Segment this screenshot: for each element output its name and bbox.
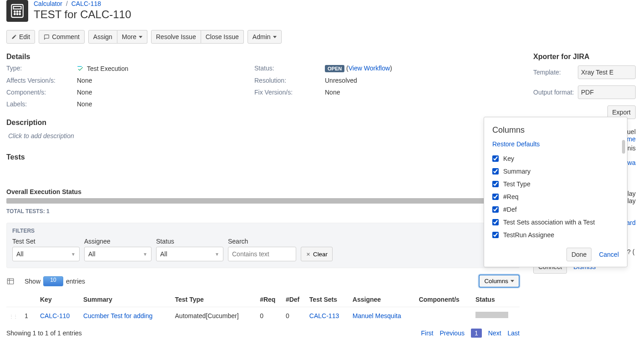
filter-assignee-select[interactable]: All▼	[84, 247, 152, 261]
column-checkbox[interactable]	[492, 194, 499, 200]
components-label: Component/s:	[6, 89, 77, 96]
row-def: 0	[283, 307, 307, 324]
table-settings-icon[interactable]	[6, 277, 15, 285]
column-checkbox[interactable]	[492, 232, 499, 238]
svg-point-4	[19, 11, 20, 12]
filter-testset-select[interactable]: All▼	[12, 247, 80, 261]
filter-testset-label: Test Set	[12, 238, 80, 245]
col-summary[interactable]: Summary	[81, 292, 172, 307]
affects-label: Affects Version/s:	[6, 77, 77, 84]
issue-type-icon	[6, 0, 28, 22]
breadcrumb-project[interactable]: Calculator	[34, 0, 62, 7]
admin-button[interactable]: Admin	[248, 30, 282, 44]
fix-value: None	[325, 89, 520, 96]
col-req[interactable]: #Req	[257, 292, 283, 307]
row-summary-link[interactable]: Cucmber Test for adding	[83, 312, 152, 319]
column-option[interactable]: #Req	[492, 190, 619, 203]
close-button[interactable]: Close Issue	[201, 30, 244, 44]
format-select[interactable]: PDF	[578, 85, 636, 99]
row-sets-link[interactable]: CALC-113	[309, 312, 339, 319]
column-option[interactable]: Test Type	[492, 178, 619, 190]
resolve-button[interactable]: Resolve Issue	[151, 30, 201, 44]
fix-label: Fix Version/s:	[254, 89, 325, 96]
svg-point-3	[17, 11, 18, 12]
components-value: None	[77, 89, 254, 96]
template-select[interactable]: Xray Test E	[578, 65, 636, 79]
column-option[interactable]: Test Sets association with a Test	[492, 216, 619, 229]
column-checkbox[interactable]	[492, 206, 499, 213]
type-value: Test Execution	[77, 65, 254, 72]
filter-assignee-label: Assignee	[84, 238, 152, 245]
resolution-label: Resolution:	[254, 77, 325, 84]
filter-status-label: Status	[156, 238, 223, 245]
close-icon	[306, 252, 311, 257]
row-index: 1	[22, 307, 37, 324]
overall-status-heading: Overall Execution Status	[6, 188, 520, 195]
pager-current: 1	[471, 329, 482, 338]
pager-next[interactable]: Next	[488, 329, 501, 337]
column-checkbox[interactable]	[492, 155, 499, 162]
breadcrumb: Calculator / CALC-118	[34, 0, 131, 7]
drag-handle-icon[interactable]: ⋮⋮	[9, 314, 17, 319]
scrollbar[interactable]	[622, 140, 625, 154]
cancel-link[interactable]: Cancel	[599, 251, 619, 258]
entries-label: entries	[66, 278, 85, 285]
row-components	[416, 307, 473, 324]
toolbar: Edit Comment Assign More Resolve Issue C…	[6, 30, 636, 44]
format-label: Output format:	[533, 89, 574, 96]
view-workflow-link[interactable]: View Workflow	[349, 65, 390, 72]
resolution-value: Unresolved	[325, 77, 520, 84]
column-checkbox[interactable]	[492, 219, 499, 225]
row-status	[475, 312, 508, 318]
columns-button[interactable]: Columns	[479, 274, 520, 288]
filter-status-select[interactable]: All▼	[156, 247, 223, 261]
pager-prev[interactable]: Previous	[440, 329, 464, 337]
filter-search-input[interactable]	[228, 247, 296, 261]
col-def[interactable]: #Def	[283, 292, 307, 307]
pager-last[interactable]: Last	[508, 329, 520, 337]
column-option[interactable]: Key	[492, 152, 619, 165]
test-execution-icon	[77, 65, 84, 72]
status-value: OPEN (View Workflow)	[325, 65, 520, 72]
column-label: Summary	[503, 168, 531, 175]
comment-button[interactable]: Comment	[39, 30, 85, 44]
col-type[interactable]: Test Type	[172, 292, 258, 307]
column-option[interactable]: TestRun Assignee	[492, 229, 619, 241]
edit-button[interactable]: Edit	[6, 30, 35, 44]
more-button[interactable]: More	[117, 30, 147, 44]
column-label: Test Sets association with a Test	[503, 219, 595, 226]
entries-select[interactable]: 10	[43, 276, 63, 286]
column-checkbox[interactable]	[492, 181, 499, 187]
done-button[interactable]: Done	[566, 248, 591, 261]
col-assignee[interactable]: Assignee	[350, 292, 416, 307]
column-checkbox[interactable]	[492, 168, 499, 175]
tests-table: Key Summary Test Type #Req #Def Test Set…	[6, 292, 520, 324]
row-key-link[interactable]: CALC-110	[40, 312, 70, 319]
svg-point-2	[14, 11, 15, 12]
columns-popup: Columns Restore Defaults KeySummaryTest …	[484, 117, 627, 267]
table-row[interactable]: ⋮⋮ 1 CALC-110 Cucmber Test for adding Au…	[6, 307, 520, 324]
column-label: #Def	[503, 206, 517, 213]
xporter-heading: Xporter for JIRA	[533, 53, 636, 61]
total-tests-label: TOTAL TESTS: 1	[6, 208, 520, 214]
svg-point-5	[14, 14, 15, 15]
col-components[interactable]: Component/s	[416, 292, 473, 307]
show-label: Show	[25, 278, 40, 285]
column-option[interactable]: #Def	[492, 203, 619, 216]
column-option[interactable]: Summary	[492, 165, 619, 178]
row-assignee-link[interactable]: Manuel Mesquita	[353, 312, 401, 319]
status-badge: OPEN	[325, 65, 344, 72]
col-sets[interactable]: Test Sets	[307, 292, 350, 307]
col-status[interactable]: Status	[473, 292, 520, 307]
assign-button[interactable]: Assign	[88, 30, 117, 44]
row-req: 0	[257, 307, 283, 324]
col-key[interactable]: Key	[37, 292, 81, 307]
pager-first[interactable]: First	[421, 329, 433, 337]
description-placeholder[interactable]: Click to add description	[6, 130, 520, 149]
breadcrumb-issue[interactable]: CALC-118	[71, 0, 101, 7]
filter-clear-button[interactable]: Clear	[301, 247, 333, 261]
restore-defaults-link[interactable]: Restore Defaults	[492, 140, 540, 148]
row-type: Automated[Cucumber]	[172, 307, 258, 324]
filter-search-label: Search	[228, 238, 296, 245]
labels-value: None	[77, 100, 254, 108]
